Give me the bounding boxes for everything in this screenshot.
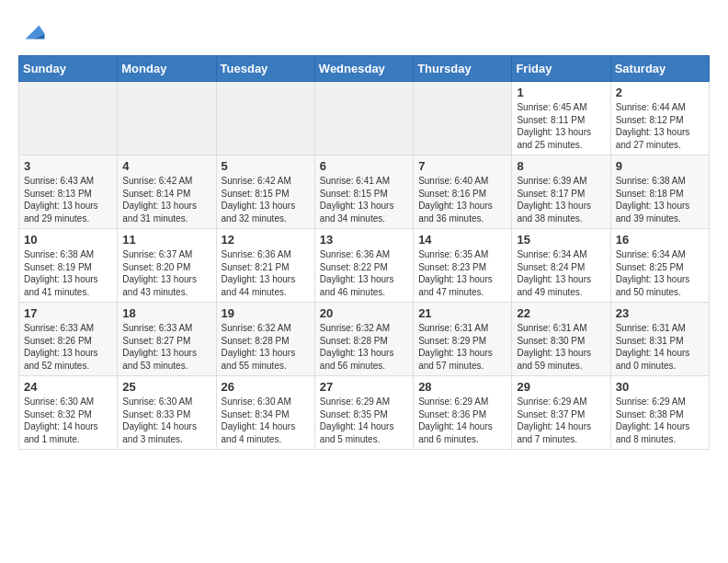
weekday-header-thursday: Thursday <box>414 56 512 82</box>
day-info: Sunrise: 6:34 AM Sunset: 8:24 PM Dayligh… <box>517 248 605 298</box>
weekday-header-monday: Monday <box>118 56 216 82</box>
weekday-header-saturday: Saturday <box>610 56 709 82</box>
logo-icon <box>18 18 46 46</box>
calendar-cell: 13Sunrise: 6:36 AM Sunset: 8:22 PM Dayli… <box>314 229 413 303</box>
day-number: 9 <box>616 159 704 173</box>
calendar-cell <box>216 82 314 155</box>
day-number: 19 <box>222 306 310 320</box>
calendar-cell <box>118 82 216 155</box>
day-number: 2 <box>616 86 704 99</box>
day-number: 29 <box>517 380 605 394</box>
day-info: Sunrise: 6:35 AM Sunset: 8:23 PM Dayligh… <box>418 248 506 298</box>
day-info: Sunrise: 6:37 AM Sunset: 8:20 PM Dayligh… <box>122 248 210 298</box>
day-info: Sunrise: 6:36 AM Sunset: 8:21 PM Dayligh… <box>222 248 310 298</box>
day-number: 24 <box>24 380 112 394</box>
day-number: 12 <box>222 233 310 247</box>
calendar-cell: 7Sunrise: 6:40 AM Sunset: 8:16 PM Daylig… <box>414 155 512 229</box>
weekday-header-tuesday: Tuesday <box>216 56 314 82</box>
day-info: Sunrise: 6:29 AM Sunset: 8:38 PM Dayligh… <box>616 396 704 445</box>
calendar-cell: 9Sunrise: 6:38 AM Sunset: 8:18 PM Daylig… <box>610 155 709 229</box>
day-number: 30 <box>616 380 704 394</box>
calendar-cell: 6Sunrise: 6:41 AM Sunset: 8:15 PM Daylig… <box>314 155 413 229</box>
calendar-cell: 15Sunrise: 6:34 AM Sunset: 8:24 PM Dayli… <box>512 229 610 303</box>
calendar-cell: 18Sunrise: 6:33 AM Sunset: 8:27 PM Dayli… <box>118 303 216 376</box>
calendar-cell <box>414 82 512 155</box>
calendar-cell: 26Sunrise: 6:30 AM Sunset: 8:34 PM Dayli… <box>216 376 314 450</box>
weekday-header-sunday: Sunday <box>19 56 118 82</box>
day-info: Sunrise: 6:29 AM Sunset: 8:35 PM Dayligh… <box>320 396 408 445</box>
day-info: Sunrise: 6:29 AM Sunset: 8:36 PM Dayligh… <box>418 396 506 445</box>
day-info: Sunrise: 6:42 AM Sunset: 8:15 PM Dayligh… <box>222 175 310 224</box>
day-info: Sunrise: 6:38 AM Sunset: 8:19 PM Dayligh… <box>24 248 112 298</box>
calendar-cell: 5Sunrise: 6:42 AM Sunset: 8:15 PM Daylig… <box>216 155 314 229</box>
calendar-cell: 4Sunrise: 6:42 AM Sunset: 8:14 PM Daylig… <box>118 155 216 229</box>
calendar-cell: 30Sunrise: 6:29 AM Sunset: 8:38 PM Dayli… <box>610 376 709 450</box>
day-number: 26 <box>222 380 310 394</box>
day-info: Sunrise: 6:30 AM Sunset: 8:33 PM Dayligh… <box>122 396 210 445</box>
calendar-cell: 12Sunrise: 6:36 AM Sunset: 8:21 PM Dayli… <box>216 229 314 303</box>
calendar-cell <box>314 82 413 155</box>
calendar-cell: 29Sunrise: 6:29 AM Sunset: 8:37 PM Dayli… <box>512 376 610 450</box>
calendar-cell: 8Sunrise: 6:39 AM Sunset: 8:17 PM Daylig… <box>512 155 610 229</box>
day-info: Sunrise: 6:31 AM Sunset: 8:31 PM Dayligh… <box>616 322 704 372</box>
day-info: Sunrise: 6:43 AM Sunset: 8:13 PM Dayligh… <box>24 175 112 224</box>
calendar-cell: 1Sunrise: 6:45 AM Sunset: 8:11 PM Daylig… <box>512 82 610 155</box>
calendar-cell: 21Sunrise: 6:31 AM Sunset: 8:29 PM Dayli… <box>414 303 512 376</box>
calendar-table: SundayMondayTuesdayWednesdayThursdayFrid… <box>18 55 710 450</box>
day-number: 10 <box>24 233 112 247</box>
calendar-week-3: 10Sunrise: 6:38 AM Sunset: 8:19 PM Dayli… <box>19 229 710 303</box>
day-info: Sunrise: 6:30 AM Sunset: 8:32 PM Dayligh… <box>24 396 112 445</box>
day-info: Sunrise: 6:41 AM Sunset: 8:15 PM Dayligh… <box>320 175 408 224</box>
calendar-cell: 16Sunrise: 6:34 AM Sunset: 8:25 PM Dayli… <box>610 229 709 303</box>
calendar-cell: 14Sunrise: 6:35 AM Sunset: 8:23 PM Dayli… <box>414 229 512 303</box>
day-info: Sunrise: 6:39 AM Sunset: 8:17 PM Dayligh… <box>517 175 605 224</box>
calendar-week-4: 17Sunrise: 6:33 AM Sunset: 8:26 PM Dayli… <box>19 303 710 376</box>
day-number: 5 <box>222 159 310 173</box>
calendar-cell: 20Sunrise: 6:32 AM Sunset: 8:28 PM Dayli… <box>314 303 413 376</box>
day-number: 16 <box>616 233 704 247</box>
day-info: Sunrise: 6:45 AM Sunset: 8:11 PM Dayligh… <box>517 101 605 151</box>
calendar-week-2: 3Sunrise: 6:43 AM Sunset: 8:13 PM Daylig… <box>19 155 710 229</box>
calendar-week-5: 24Sunrise: 6:30 AM Sunset: 8:32 PM Dayli… <box>19 376 710 450</box>
day-number: 27 <box>320 380 408 394</box>
logo <box>18 18 50 46</box>
calendar-cell: 19Sunrise: 6:32 AM Sunset: 8:28 PM Dayli… <box>216 303 314 376</box>
day-number: 21 <box>418 306 506 320</box>
day-number: 11 <box>122 233 210 247</box>
day-info: Sunrise: 6:34 AM Sunset: 8:25 PM Dayligh… <box>616 248 704 298</box>
day-info: Sunrise: 6:31 AM Sunset: 8:29 PM Dayligh… <box>418 322 506 372</box>
day-number: 7 <box>418 159 506 173</box>
day-info: Sunrise: 6:30 AM Sunset: 8:34 PM Dayligh… <box>222 396 310 445</box>
calendar-cell: 28Sunrise: 6:29 AM Sunset: 8:36 PM Dayli… <box>414 376 512 450</box>
calendar-cell: 22Sunrise: 6:31 AM Sunset: 8:30 PM Dayli… <box>512 303 610 376</box>
day-number: 15 <box>517 233 605 247</box>
day-number: 3 <box>24 159 112 173</box>
calendar-header-row: SundayMondayTuesdayWednesdayThursdayFrid… <box>19 56 710 82</box>
day-info: Sunrise: 6:42 AM Sunset: 8:14 PM Dayligh… <box>122 175 210 224</box>
day-number: 8 <box>517 159 605 173</box>
day-number: 4 <box>122 159 210 173</box>
day-info: Sunrise: 6:32 AM Sunset: 8:28 PM Dayligh… <box>222 322 310 372</box>
calendar-cell: 27Sunrise: 6:29 AM Sunset: 8:35 PM Dayli… <box>314 376 413 450</box>
day-info: Sunrise: 6:32 AM Sunset: 8:28 PM Dayligh… <box>320 322 408 372</box>
day-number: 22 <box>517 306 605 320</box>
calendar-cell: 17Sunrise: 6:33 AM Sunset: 8:26 PM Dayli… <box>19 303 118 376</box>
day-number: 17 <box>24 306 112 320</box>
weekday-header-wednesday: Wednesday <box>314 56 413 82</box>
day-number: 6 <box>320 159 408 173</box>
day-number: 25 <box>122 380 210 394</box>
calendar-cell: 24Sunrise: 6:30 AM Sunset: 8:32 PM Dayli… <box>19 376 118 450</box>
day-number: 18 <box>122 306 210 320</box>
calendar-week-1: 1Sunrise: 6:45 AM Sunset: 8:11 PM Daylig… <box>19 82 710 155</box>
day-info: Sunrise: 6:40 AM Sunset: 8:16 PM Dayligh… <box>418 175 506 224</box>
day-number: 23 <box>616 306 704 320</box>
day-number: 1 <box>517 86 605 99</box>
day-info: Sunrise: 6:33 AM Sunset: 8:26 PM Dayligh… <box>24 322 112 372</box>
calendar-cell <box>19 82 118 155</box>
day-info: Sunrise: 6:31 AM Sunset: 8:30 PM Dayligh… <box>517 322 605 372</box>
calendar-cell: 3Sunrise: 6:43 AM Sunset: 8:13 PM Daylig… <box>19 155 118 229</box>
day-info: Sunrise: 6:36 AM Sunset: 8:22 PM Dayligh… <box>320 248 408 298</box>
calendar-cell: 11Sunrise: 6:37 AM Sunset: 8:20 PM Dayli… <box>118 229 216 303</box>
day-info: Sunrise: 6:44 AM Sunset: 8:12 PM Dayligh… <box>616 101 704 151</box>
day-number: 28 <box>418 380 506 394</box>
